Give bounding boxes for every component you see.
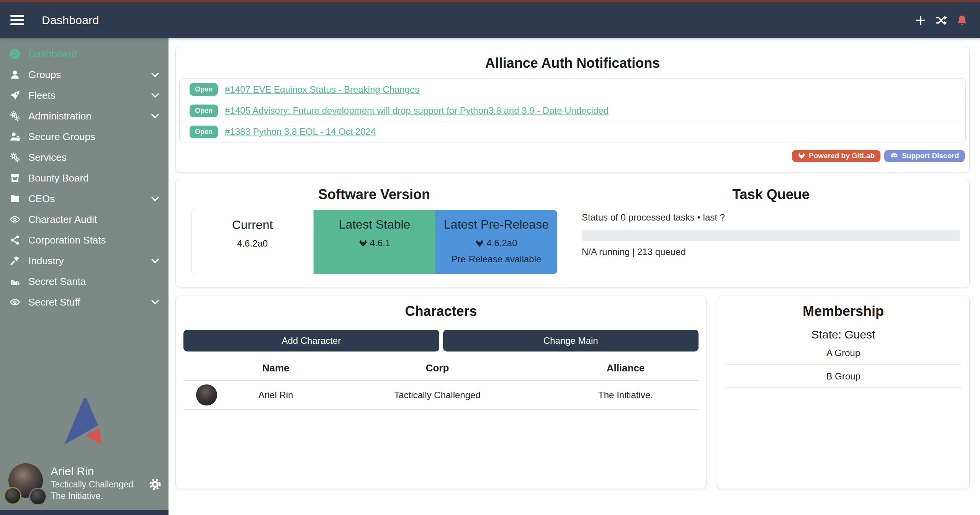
sidebar-item-services[interactable]: Services: [0, 147, 169, 168]
sidebar-item-fleets[interactable]: Fleets: [0, 85, 169, 106]
gitlab-icon: [359, 239, 367, 247]
user-panel[interactable]: Ariel Rin Tactically Challenged The Init…: [0, 463, 169, 510]
sidebar: Dashboard Groups Fleets Administration S…: [0, 38, 169, 515]
sidebar-item-label: Secret Stuff: [28, 296, 80, 308]
characters-buttons: Add Character Change Main: [183, 330, 699, 352]
bottom-row: Characters Add Character Change Main Nam…: [175, 296, 970, 489]
table-row: Ariel Rin Tactically Challenged The Init…: [183, 381, 699, 410]
software-version-section: Software Version Current 4.6.2a0 Latest …: [176, 186, 573, 287]
user-icon: [9, 69, 21, 80]
sidebar-item-secure-groups[interactable]: Secure Groups: [0, 126, 169, 147]
chevron-down-icon: [150, 90, 160, 100]
sidebar-item-label: Administration: [28, 110, 92, 122]
menu-toggle-icon[interactable]: [10, 13, 26, 28]
characters-title: Characters: [183, 303, 699, 320]
column-header-corp: Corp: [322, 355, 553, 381]
sidebar-item-label: Corporation Stats: [28, 234, 106, 246]
sidebar-item-label: Industry: [28, 255, 64, 267]
change-main-button[interactable]: Change Main: [443, 330, 699, 352]
chevron-down-icon: [150, 70, 160, 80]
notification-link[interactable]: #1383 Python 3.8 EOL - 14 Oct 2024: [225, 126, 376, 137]
task-progress-bar: [582, 230, 960, 241]
membership-title: Membership: [725, 303, 962, 320]
chevron-down-icon: [150, 111, 160, 121]
user-avatar: [8, 463, 51, 509]
eye-icon: [9, 214, 21, 225]
sidebar-item-dashboard[interactable]: Dashboard: [0, 44, 169, 64]
powered-by-gitlab-badge[interactable]: Powered by GitLab: [792, 150, 880, 162]
sidebar-item-label: Groups: [28, 69, 61, 81]
folder-icon: [9, 193, 21, 204]
sidebar-item-label: CEOs: [28, 193, 55, 205]
characters-table: Name Corp Alliance Ariel Rin Tactically …: [183, 355, 699, 410]
sidebar-item-ceos[interactable]: CEOs: [0, 188, 169, 209]
page-title: Dashboard: [42, 14, 99, 27]
portrait-column-header: [183, 355, 229, 381]
status-badge: Open: [190, 105, 218, 117]
list-item: Open #1383 Python 3.8 EOL - 14 Oct 2024: [180, 121, 965, 142]
sidebar-item-label: Dashboard: [28, 48, 77, 60]
sidebar-item-label: Fleets: [28, 90, 56, 101]
top-navbar: Dashboard: [0, 0, 980, 38]
sidebar-item-label: Services: [28, 152, 67, 163]
version-cells: Current 4.6.2a0 Latest Stable 4.6.1 Late…: [191, 210, 557, 274]
notifications-list: Open #1407 EVE Equinox Status - Breaking…: [179, 78, 966, 142]
user-settings-gear-icon[interactable]: [149, 478, 162, 491]
membership-panel: Membership State: Guest A Group B Group: [717, 296, 970, 489]
version-value: 4.6.2a0: [486, 238, 517, 249]
gitlab-icon: [475, 239, 484, 247]
sidebar-item-bounty-board[interactable]: Bounty Board: [0, 168, 169, 188]
sidebar-item-secret-stuff[interactable]: Secret Stuff: [0, 292, 169, 312]
sidebar-item-label: Character Audit: [28, 214, 97, 226]
sidebar-item-industry[interactable]: Industry: [0, 250, 169, 271]
version-current-cell: Current 4.6.2a0: [191, 210, 314, 274]
version-value: 4.6.2a0: [237, 238, 268, 249]
column-header-alliance: Alliance: [553, 355, 699, 381]
character-name: Ariel Rin: [229, 381, 322, 410]
gears-icon: [9, 152, 21, 163]
version-stable-cell: Latest Stable 4.6.1: [314, 210, 435, 274]
navbar-actions: [914, 14, 969, 27]
list-item: Open #1405 Advisory: Future development …: [180, 100, 965, 121]
membership-state: State: Guest: [725, 328, 962, 341]
chevron-down-icon: [150, 256, 160, 266]
list-item: Open #1407 EVE Equinox Status - Breaking…: [180, 79, 965, 100]
share-icon: [9, 234, 21, 246]
task-queue-status: Status of 0 processed tasks • last ?: [582, 212, 960, 223]
gears-icon: [9, 110, 21, 122]
table-header-row: Name Corp Alliance: [183, 355, 699, 381]
software-version-title: Software Version: [185, 186, 563, 203]
alliance-auth-logo: [0, 397, 169, 446]
add-icon[interactable]: [914, 14, 927, 27]
sidebar-menu: Dashboard Groups Fleets Administration S…: [0, 38, 169, 312]
task-queue-section: Task Queue Status of 0 processed tasks •…: [573, 186, 969, 287]
version-cell-title: Latest Stable: [314, 217, 435, 232]
notifications-bell-icon[interactable]: [955, 14, 969, 27]
gifts-icon: [9, 276, 21, 287]
task-queue-counts: N/A running | 213 queued: [582, 247, 960, 257]
sidebar-item-label: Secret Santa: [28, 276, 86, 288]
character-portrait: [196, 384, 217, 405]
version-prerelease-cell: Latest Pre-Release 4.6.2a0 Pre-Release a…: [435, 210, 557, 274]
sidebar-item-character-audit[interactable]: Character Audit: [0, 209, 169, 230]
version-cell-title: Current: [191, 218, 313, 232]
chevron-down-icon: [150, 297, 160, 307]
notification-link[interactable]: #1407 EVE Equinox Status - Breaking Chan…: [225, 84, 419, 95]
sidebar-item-label: Bounty Board: [28, 172, 89, 184]
notification-link[interactable]: #1405 Advisory: Future development will …: [225, 105, 609, 116]
sidebar-item-groups[interactable]: Groups: [0, 64, 169, 85]
status-panel: Software Version Current 4.6.2a0 Latest …: [175, 179, 970, 287]
column-header-name: Name: [229, 355, 322, 381]
alliance-logo-badge: [29, 488, 47, 505]
corp-logo-badge: [4, 487, 21, 505]
sidebar-item-corporation-stats[interactable]: Corporation Stats: [0, 230, 169, 250]
support-discord-badge[interactable]: Support Discord: [884, 150, 965, 162]
sidebar-item-administration[interactable]: Administration: [0, 106, 169, 126]
notifications-panel: Alliance Auth Notifications Open #1407 E…: [175, 46, 970, 172]
sidebar-item-secret-santa[interactable]: Secret Santa: [0, 271, 169, 292]
sidebar-footer-strip: [0, 510, 169, 515]
add-character-button[interactable]: Add Character: [183, 330, 439, 352]
shuffle-icon[interactable]: [935, 14, 948, 27]
membership-group: A Group: [726, 341, 961, 365]
hammer-icon: [9, 255, 21, 266]
